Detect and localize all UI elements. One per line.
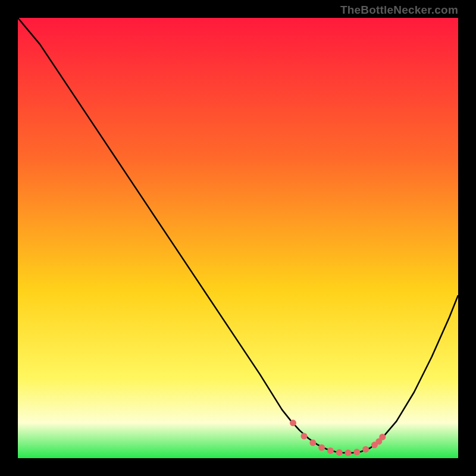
trough-dot — [301, 433, 308, 440]
attribution-text: TheBottleNecker.com — [340, 4, 458, 17]
trough-dot-group — [290, 419, 386, 456]
trough-dot — [290, 419, 296, 426]
trough-dot — [309, 440, 316, 446]
trough-dot — [379, 434, 386, 440]
outer-frame: TheBottleNecker.com — [0, 0, 476, 476]
trough-dot — [353, 449, 360, 455]
bottleneck-curve — [18, 18, 458, 458]
trough-dot — [327, 447, 334, 454]
trough-dot — [336, 449, 343, 456]
plot-area — [18, 18, 458, 458]
trough-dot — [362, 446, 369, 453]
trough-dot — [345, 450, 352, 456]
trough-dot — [318, 444, 325, 451]
